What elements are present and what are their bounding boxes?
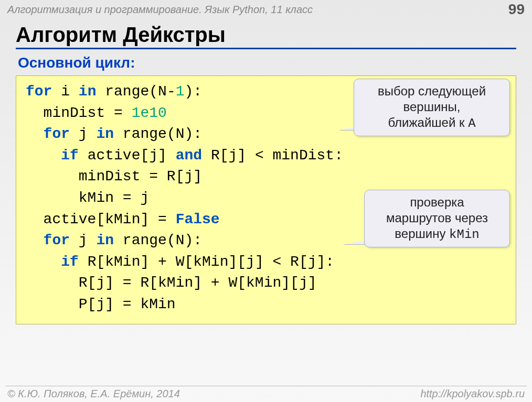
code-text: j	[70, 126, 96, 142]
code-text: R[j] = R[kMin] + W[kMin][j]	[26, 275, 317, 291]
callout-check-routes: проверка маршрутов через вершину kMin	[364, 190, 510, 247]
slide-header: Алгоритмизация и программирование. Язык …	[0, 0, 532, 18]
code-text: active[kMin] =	[26, 211, 176, 227]
footer-rule	[5, 386, 527, 386]
page-number: 99	[508, 1, 525, 18]
kw-for: for	[26, 83, 52, 100]
code-text: R[j] < minDist:	[202, 147, 343, 164]
slide-content: Алгоритм Дейкстры Основной цикл: for i i…	[0, 18, 532, 324]
footer-url: http://kpolyakov.spb.ru	[420, 388, 525, 400]
callout-line: ближайшей к A	[364, 115, 500, 132]
code-text	[26, 147, 61, 164]
code-text	[26, 232, 44, 248]
callout-select-vertex: выбор следующей вершины, ближайшей к A	[354, 79, 510, 136]
kw-false: False	[176, 211, 220, 227]
code-text: minDist =	[26, 105, 132, 121]
callout-line: вершину kMin	[374, 226, 500, 243]
code-text: range(N-	[96, 83, 175, 100]
num-literal: 1e10	[132, 105, 167, 121]
callout-line: выбор следующей	[364, 83, 500, 99]
course-title: Алгоритмизация и программирование. Язык …	[7, 4, 313, 16]
code-text: range(N):	[114, 126, 202, 142]
code-text: range(N):	[114, 232, 202, 248]
kw-for: for	[44, 232, 70, 248]
code-text: R[kMin] + W[kMin][j] < R[j]:	[79, 254, 334, 270]
title-underline	[16, 48, 516, 49]
callout-text: вершину	[395, 226, 449, 241]
code-text: P[j] = kMin	[26, 296, 176, 312]
kw-in: in	[79, 83, 97, 100]
slide-title: Алгоритм Дейкстры	[16, 23, 516, 47]
callout-line: маршрутов через	[374, 210, 500, 226]
callout-line: проверка	[374, 194, 500, 210]
code-text	[26, 126, 44, 142]
copyright: © К.Ю. Поляков, Е.А. Ерёмин, 2014	[7, 388, 180, 400]
slide-subtitle: Основной цикл:	[18, 55, 516, 71]
code-text	[26, 254, 61, 270]
code-text: i	[52, 83, 78, 100]
kw-in: in	[96, 126, 114, 142]
kw-if: if	[61, 254, 79, 270]
kw-in: in	[96, 232, 114, 248]
callout-code: A	[468, 116, 475, 131]
num-literal: 1	[176, 83, 185, 100]
code-text: minDist = R[j]	[26, 168, 202, 184]
code-text: ):	[185, 83, 203, 100]
kw-for: for	[44, 126, 70, 142]
code-area: for i in range(N-1): minDist = 1e10 for …	[16, 75, 516, 324]
code-text: j	[70, 232, 96, 248]
kw-if: if	[61, 147, 79, 164]
callout-line: вершины,	[364, 99, 500, 115]
kw-and: and	[176, 147, 202, 164]
code-text: active[j]	[79, 147, 176, 164]
callout-code: kMin	[449, 227, 480, 242]
code-text: kMin = j	[26, 190, 149, 206]
slide-footer: © К.Ю. Поляков, Е.А. Ерёмин, 2014 http:/…	[0, 388, 532, 400]
callout-text: ближайшей к	[388, 115, 468, 129]
